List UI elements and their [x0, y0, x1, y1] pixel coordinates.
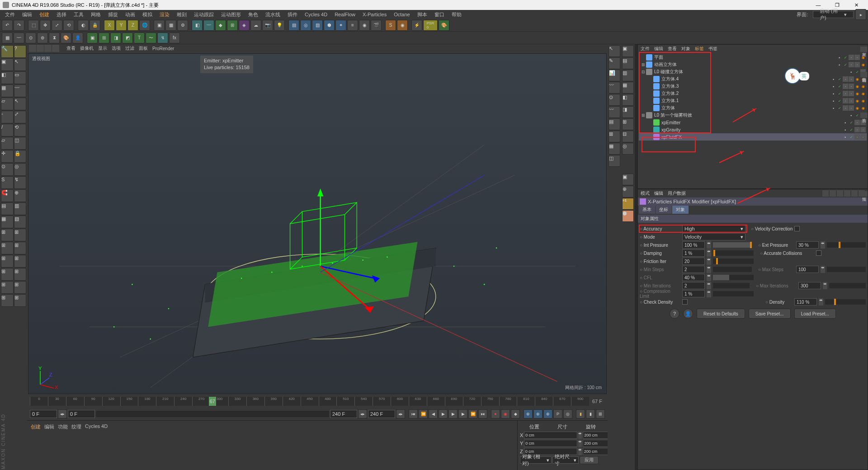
r-icon-7[interactable]: ⊞ — [622, 118, 634, 130]
r-icon-5[interactable]: ◧ — [622, 94, 634, 106]
r-icon-11[interactable]: ⊕ — [622, 186, 634, 197]
timeline[interactable]: 67 0306090120150180210240270300330360390… — [27, 395, 608, 408]
layout-select[interactable]: 启动 (用户)▾ — [813, 11, 854, 18]
mat-tab-tex[interactable]: 纹理 — [71, 423, 81, 430]
curve-icon[interactable]: 〰 — [14, 33, 24, 43]
vp-menu-options[interactable]: 选项 — [112, 45, 121, 52]
menu-运动图形[interactable]: 运动图形 — [218, 10, 244, 19]
mid-icon-2[interactable]: ✎ — [609, 57, 620, 69]
move-tool-icon[interactable]: ↖ — [14, 58, 27, 71]
acccoll-checkbox[interactable] — [816, 250, 821, 256]
g5-icon[interactable]: ⊞ — [1, 255, 14, 268]
menu-RealFlow[interactable]: RealFlow — [331, 11, 359, 18]
lasso-icon[interactable]: 〰 — [14, 85, 27, 97]
tree-row[interactable]: xpFluidFX ▪✓·· — [639, 133, 867, 141]
fx-icon[interactable]: fx — [169, 33, 180, 43]
move2-icon[interactable]: ↖ — [14, 98, 27, 110]
environment-icon[interactable]: ☁ — [250, 20, 261, 31]
accuracy-select[interactable]: High▾ — [682, 225, 745, 232]
coord-size-select[interactable]: 绝对尺寸▾ — [552, 456, 579, 464]
particles-icon[interactable]: ✦ — [335, 20, 346, 31]
ref-icon[interactable]: ◐ — [78, 20, 89, 31]
menu-Cycles 4D[interactable]: Cycles 4D — [302, 11, 330, 18]
snap2-icon[interactable]: ◎ — [14, 163, 27, 176]
vp-menu-view[interactable]: 查看 — [66, 45, 75, 52]
text-icon[interactable]: T — [134, 33, 145, 43]
joint-icon[interactable]: ⊙ — [25, 33, 36, 43]
key-r-icon[interactable]: ⊕ — [543, 409, 552, 418]
rotate-icon[interactable]: ⟲ — [63, 20, 74, 31]
viewport[interactable]: 透视视图 Emitter: xpEmitter Live particles: … — [28, 53, 607, 394]
menu-窗口[interactable]: 窗口 — [431, 10, 448, 19]
axis-icon[interactable]: ✛ — [1, 150, 14, 163]
r-icon-2[interactable]: ▤ — [622, 57, 634, 69]
intpress-input[interactable] — [682, 241, 705, 249]
axis-y-icon[interactable]: Y — [116, 20, 127, 31]
vp-menu-panel[interactable]: 面板 — [139, 45, 148, 52]
menu-捕捉[interactable]: 捕捉 — [105, 10, 121, 19]
vp-icon-1[interactable] — [29, 45, 36, 52]
r-icon-1[interactable]: ▣ — [622, 45, 634, 57]
cloner-icon[interactable]: ▣ — [87, 33, 98, 43]
opt-icon[interactable]: ⊞ — [596, 409, 605, 418]
menu-帮助[interactable]: 帮助 — [448, 10, 465, 19]
mograph-icon[interactable]: ▤ — [288, 20, 299, 31]
preset-round-icon[interactable]: 👤 — [683, 309, 693, 319]
tree-row[interactable]: ⊞ L0 第一个烟雾特效 ▪✓· — [639, 112, 867, 119]
prev-frame-icon[interactable]: ◀ — [429, 409, 438, 418]
snap-icon[interactable]: ⊙ — [1, 163, 14, 176]
r-icon-3[interactable]: ▥ — [622, 70, 634, 81]
layer-icon[interactable]: ▤ — [1, 202, 14, 215]
next-key-icon[interactable]: ⏩ — [468, 409, 477, 418]
light-icon[interactable]: 💡 — [274, 20, 285, 31]
vp-menu-camera[interactable]: 摄像机 — [80, 45, 94, 52]
attr-tab-object[interactable]: 对象 — [672, 206, 689, 214]
vp-icon-3[interactable] — [44, 45, 52, 52]
spin3-icon[interactable]: ◂▸ — [396, 409, 405, 418]
tree-row[interactable]: ⊟ L0 碰撞立方体 ▪✓· — [639, 68, 867, 75]
grid-icon[interactable]: ▦ — [2, 33, 13, 43]
weight-icon[interactable]: 🎨 — [61, 33, 71, 43]
attr-menu-edit[interactable]: 编辑 — [654, 190, 663, 197]
vp-menu-filter[interactable]: 过滤 — [125, 45, 134, 52]
texture-icon[interactable]: ▦ — [1, 85, 14, 97]
objmenu-标签[interactable]: 标签 — [695, 46, 704, 52]
tree-row[interactable]: xpEmitter ▪✓·· — [639, 119, 867, 126]
frit-slider[interactable] — [713, 258, 754, 264]
r-icon-6[interactable]: ◨ — [622, 106, 634, 118]
damp-slider[interactable] — [713, 250, 754, 256]
mid-icon-3[interactable]: 📊 — [609, 70, 620, 81]
frit-input[interactable] — [682, 258, 705, 265]
load-preset-button[interactable]: Load Preset... — [794, 309, 836, 319]
attr-menu-mode[interactable]: 模式 — [641, 190, 650, 197]
layer4-icon[interactable]: ▧ — [14, 216, 27, 228]
tree-row[interactable]: 立方体.3 ▪✓··◉◉ — [639, 83, 867, 90]
save-preset-button[interactable]: Save Preset... — [749, 309, 791, 319]
tracer-icon[interactable]: 〜 — [146, 33, 156, 43]
point-icon[interactable]: ◦ — [1, 111, 14, 123]
g1-icon[interactable]: ⊞ — [1, 229, 14, 241]
axis-z-icon[interactable]: Z — [127, 20, 138, 31]
hair-icon[interactable]: ≡ — [347, 20, 358, 31]
render-region-icon[interactable]: ▦ — [165, 20, 176, 31]
tree-row[interactable]: xpGravity ▪✓·· — [639, 126, 867, 133]
workplane-icon[interactable]: ▱ — [1, 98, 14, 110]
mid-icon-5[interactable]: ⊙ — [609, 94, 620, 106]
r-icon-9[interactable]: ◎ — [622, 143, 634, 155]
psr-icon[interactable]: PSR0 — [423, 20, 438, 31]
octane-o-icon[interactable]: ◉ — [397, 20, 408, 31]
vp-menu-display[interactable]: 显示 — [98, 45, 107, 52]
menu-工具[interactable]: 工具 — [71, 10, 87, 19]
g12-icon[interactable]: ⊞ — [14, 294, 27, 307]
poly-icon[interactable]: ▱ — [1, 137, 14, 150]
velcorr-checkbox[interactable] — [794, 226, 800, 231]
help-icon[interactable]: ? — [14, 45, 27, 58]
layout-next-icon[interactable]: ▸ — [855, 9, 866, 20]
side-tab-1[interactable]: 对象 — [860, 47, 868, 52]
locked-icon[interactable]: 🔒 — [14, 150, 27, 163]
menu-Octane[interactable]: Octane — [391, 11, 413, 18]
menu-X-Particles[interactable]: X-Particles — [359, 11, 390, 18]
tree-row[interactable]: 立方体.1 ▪✓··◉◉ — [639, 97, 867, 104]
goto-end-icon[interactable]: ⏭ — [478, 409, 487, 418]
objmenu-编辑[interactable]: 编辑 — [654, 46, 663, 52]
